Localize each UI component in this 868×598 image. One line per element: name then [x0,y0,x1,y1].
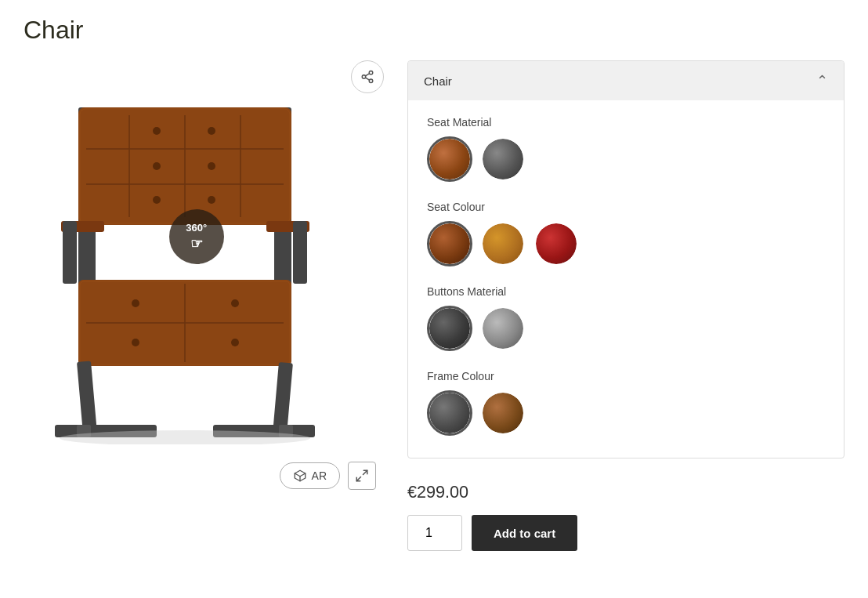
fullscreen-icon [355,469,369,483]
cube-icon [293,469,307,483]
svg-point-18 [208,196,215,204]
svg-line-4 [365,74,369,76]
swatch-metal-btn[interactable] [480,306,526,351]
config-body: Seat Material Seat Colour [408,100,844,458]
swatch-copper[interactable] [480,390,526,436]
config-header-label: Chair [424,74,452,88]
swatch-red[interactable] [533,221,579,266]
swatch-red-inner [536,223,577,264]
config-section: Chair ⌃ Seat Material [407,60,844,551]
svg-line-40 [363,470,367,474]
frame-colour-swatches [427,390,825,436]
swatch-leather-brown[interactable] [427,136,472,182]
swatch-dark-brown[interactable] [427,221,472,266]
buttons-material-swatches [427,306,825,351]
cart-row: Add to cart [407,515,844,551]
share-icon [360,70,374,84]
seat-material-swatches [427,136,825,182]
seat-colour-label: Seat Colour [427,201,825,213]
seat-material-label: Seat Material [427,116,825,129]
swatch-dark-brown-inner [429,223,470,264]
swatch-dark-fabric-inner [429,308,470,349]
option-group-seat-material: Seat Material [427,116,825,182]
swatch-fabric-gray[interactable] [480,136,526,182]
swatch-leather-brown-inner [429,139,470,179]
main-layout: 360° ☞ AR [24,60,844,551]
svg-point-27 [132,299,139,307]
config-panel: Chair ⌃ Seat Material [407,60,844,458]
hand-icon: ☞ [190,235,203,252]
badge-360-label: 360° [186,222,207,234]
svg-rect-23 [293,221,307,284]
fullscreen-button[interactable] [348,462,376,490]
price-display: €299.00 [407,482,844,502]
config-header[interactable]: Chair ⌃ [408,61,844,100]
image-section: 360° ☞ AR [24,60,384,490]
image-controls: AR [24,462,384,490]
svg-point-14 [208,127,215,135]
svg-line-41 [356,477,360,481]
svg-point-17 [153,196,161,204]
chevron-up-icon: ⌃ [816,72,828,89]
svg-point-30 [231,339,239,346]
svg-line-3 [365,78,369,80]
quantity-input[interactable] [407,515,462,551]
chair-image-wrapper: 360° ☞ [24,60,384,452]
svg-point-16 [208,162,215,170]
svg-point-13 [153,127,161,135]
svg-point-28 [231,299,239,307]
buttons-material-label: Buttons Material [427,285,825,298]
swatch-tan-inner [483,223,523,264]
svg-point-15 [153,162,161,170]
add-to-cart-button[interactable]: Add to cart [472,515,577,551]
option-group-buttons-material: Buttons Material [427,285,825,351]
option-group-seat-colour: Seat Colour [427,201,825,266]
swatch-fabric-gray-inner [483,139,523,179]
svg-rect-34 [273,362,293,433]
swatch-gunmetal[interactable] [427,390,472,436]
ar-button[interactable]: AR [280,462,340,489]
swatch-tan[interactable] [480,221,526,266]
svg-rect-32 [77,361,97,432]
ar-button-label: AR [312,469,327,482]
badge-360[interactable]: 360° ☞ [169,209,224,264]
swatch-gunmetal-inner [429,393,470,433]
swatch-copper-inner [483,393,523,433]
seat-colour-swatches [427,221,825,266]
svg-point-29 [132,339,139,346]
option-group-frame-colour: Frame Colour [427,370,825,436]
svg-rect-22 [63,221,77,284]
purchase-section: €299.00 Add to cart [407,482,844,551]
frame-colour-label: Frame Colour [427,370,825,382]
swatch-dark-fabric[interactable] [427,306,472,351]
page-title: Chair [24,16,844,45]
swatch-metal-btn-inner [483,308,523,349]
share-button[interactable] [351,60,384,93]
